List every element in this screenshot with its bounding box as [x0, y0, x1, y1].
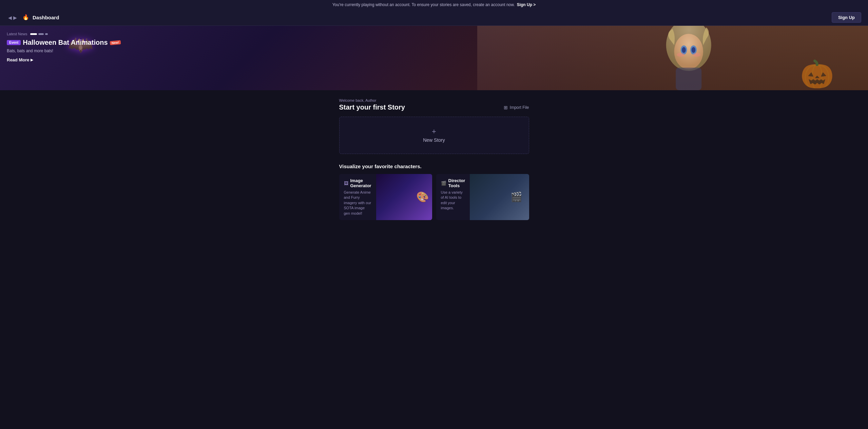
director-tools-title: Director Tools — [448, 178, 465, 188]
news-dot-2[interactable] — [38, 33, 44, 35]
director-tools-card[interactable]: 🎬 Director Tools Use a variety of AI too… — [436, 174, 529, 220]
hero-content: Latest News Event Halloween Bat Animatio… — [0, 26, 127, 69]
section-header: Start your first Story ⊞ Import File — [339, 103, 529, 111]
svg-rect-8 — [676, 68, 702, 91]
tools-grid: 🖼 Image Generator Generate Anime and Fur… — [339, 174, 529, 220]
director-tools-desc: Use a variety of AI tools to edit your i… — [441, 190, 465, 211]
new-story-plus-icon: + — [432, 128, 436, 135]
image-generator-title: Image Generator — [350, 178, 371, 188]
latest-news-text: Latest News — [7, 32, 27, 36]
news-dots — [30, 33, 48, 35]
director-tools-thumbnail — [470, 174, 529, 220]
image-generator-info: 🖼 Image Generator Generate Anime and Fur… — [339, 174, 376, 220]
image-generator-thumbnail — [376, 174, 432, 220]
visualize-title: Visualize your favorite characters. — [339, 163, 529, 169]
page-wrapper: Welcome back, Author Start your first St… — [0, 90, 868, 228]
import-icon: ⊞ — [504, 105, 508, 110]
svg-point-4 — [682, 47, 686, 53]
content-area: Welcome back, Author Start your first St… — [339, 90, 529, 228]
announcement-text: You're currently playing without an acco… — [332, 2, 515, 7]
import-file-button[interactable]: ⊞ Import File — [504, 105, 529, 110]
image-generator-desc: Generate Anime and Furry imagery with ou… — [344, 190, 371, 216]
news-dot-1[interactable] — [30, 33, 37, 35]
nav-expand-button[interactable]: ◀ ▶ — [7, 14, 18, 22]
image-generator-icon: 🖼 — [344, 181, 348, 186]
fire-icon: 🔥 — [22, 14, 30, 21]
latest-news-label: Latest News — [7, 32, 120, 36]
svg-point-7 — [693, 53, 701, 57]
news-dot-3[interactable] — [45, 33, 48, 35]
read-more-button[interactable]: Read More — [7, 57, 33, 62]
import-file-label: Import File — [510, 105, 529, 110]
news-subtitle: Bats, bats and more bats! — [7, 48, 120, 53]
director-tools-title-row: 🎬 Director Tools — [441, 178, 465, 188]
event-badge: Event — [7, 40, 21, 45]
sign-up-button[interactable]: Sign Up — [832, 12, 861, 23]
director-tools-info: 🎬 Director Tools Use a variety of AI too… — [436, 174, 470, 220]
nav-title: Dashboard — [33, 15, 59, 20]
hero-anime-art — [477, 26, 868, 90]
announcement-bar: You're currently playing without an acco… — [0, 0, 868, 9]
welcome-label: Welcome back, Author — [339, 98, 529, 102]
new-badge: New! — [110, 40, 120, 45]
news-title: Halloween Bat Animations — [23, 39, 108, 46]
nav-forward-arrow: ▶ — [13, 15, 17, 20]
svg-point-1 — [674, 34, 703, 70]
image-generator-title-row: 🖼 Image Generator — [344, 178, 371, 188]
news-title-row: Event Halloween Bat Animations New! — [7, 39, 120, 46]
nav-back-arrow: ◀ — [8, 15, 12, 20]
new-story-label: New Story — [423, 137, 445, 143]
new-story-card[interactable]: + New Story — [339, 117, 529, 154]
navigation: ◀ ▶ 🔥 Dashboard Sign Up — [0, 9, 868, 26]
nav-left: ◀ ▶ 🔥 Dashboard — [7, 14, 59, 22]
section-title: Start your first Story — [339, 103, 405, 111]
image-generator-card[interactable]: 🖼 Image Generator Generate Anime and Fur… — [339, 174, 432, 220]
announcement-signup-link[interactable]: Sign Up > — [517, 2, 536, 7]
hero-banner: 🦇 🎃 — [0, 26, 868, 90]
svg-point-6 — [677, 53, 685, 57]
nav-logo: 🔥 Dashboard — [22, 14, 59, 21]
director-tools-icon: 🎬 — [441, 181, 446, 186]
svg-point-5 — [692, 47, 695, 53]
